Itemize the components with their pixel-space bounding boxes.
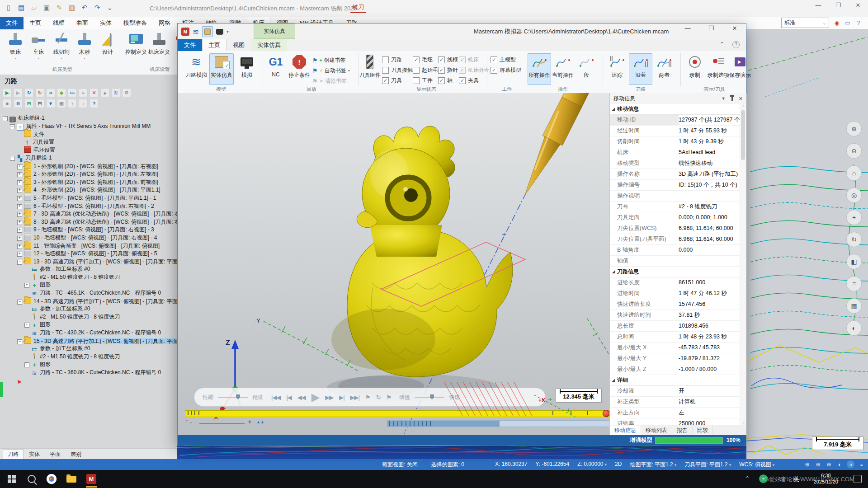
tray-chevron-icon[interactable]: ⌃ [745, 475, 750, 482]
redo-icon[interactable]: ↷ [92, 3, 102, 13]
simulate-icon[interactable] [216, 29, 223, 34]
status-wcs[interactable]: WCS: 俯视图▾ [739, 461, 774, 469]
style-combobox[interactable]: 标准 ⌄ [781, 18, 829, 28]
help-icon[interactable]: ? [854, 19, 863, 27]
tree-expand-icon[interactable]: + [24, 323, 29, 328]
next-bookmark-button[interactable]: ⚑ [387, 394, 392, 401]
sim-tab-实体仿真[interactable]: 实体仿真 [251, 39, 287, 52]
taskbar-clock[interactable]: 6:382025/11/20 [814, 472, 838, 485]
undo-icon[interactable]: ↶ [80, 3, 90, 13]
sim-button-追踪[interactable]: 追踪 [605, 53, 629, 85]
pan-button[interactable]: + [846, 210, 862, 225]
checkbox-指针[interactable]: ✓指针 [438, 65, 458, 75]
status-cplane[interactable]: 绘图平面: 平面1.2▾ [630, 461, 676, 469]
minimize-button[interactable]: — [812, 2, 825, 9]
tree-item[interactable]: 毛坯设置 [0, 146, 183, 154]
close-icon[interactable]: ✕ [739, 96, 743, 102]
pin-icon[interactable] [731, 97, 733, 101]
timeline-zoom-slider[interactable] [199, 423, 245, 424]
sim-button-nc[interactable]: G1NC [265, 53, 286, 85]
taskbar-search-button[interactable] [25, 473, 38, 485]
backplot-icon[interactable]: ≈ [46, 88, 55, 97]
home-view-button[interactable]: ⌂ [846, 165, 862, 181]
tree-expand-icon[interactable]: + [17, 180, 22, 185]
grid-toggle-button[interactable]: ▦ [846, 298, 862, 314]
step-backward-button[interactable]: ◀◀ [297, 394, 306, 401]
ribbon-button-车床[interactable]: 车床⌄ [28, 32, 49, 59]
save-icon[interactable]: ▤ [16, 3, 26, 13]
sim-button-段[interactable]: 段 [575, 53, 598, 85]
tree-item[interactable]: +✓4 - 外形铣削 (2D) - [WCS: 俯视图] - [刀具面: 平面1… [0, 186, 183, 194]
tab-线框[interactable]: 线框 [47, 17, 71, 30]
regen-selected-icon[interactable]: ↻ [24, 88, 33, 97]
lock-icon[interactable]: ▲ [100, 88, 109, 97]
info-section-详细[interactable]: ◢详细 [610, 375, 746, 386]
qat-more-icon[interactable]: ⌄ [105, 3, 115, 13]
sim-button-创建书签[interactable]: ⚑+创建书签 [312, 56, 356, 65]
tree-item[interactable]: ++图形 [0, 281, 183, 289]
tree-expand-icon[interactable]: − [17, 339, 22, 344]
tree-expand-icon[interactable]: + [17, 164, 22, 169]
checkbox-轴[interactable]: ✓轴 [438, 75, 458, 86]
next-section-button[interactable]: ▶| [339, 394, 344, 401]
tree-expand-icon[interactable]: + [17, 220, 22, 225]
tab-主页[interactable]: 主页 [24, 17, 47, 30]
sim-button-保存演示[interactable]: ▶保存演示 [728, 53, 752, 85]
simulation-viewport[interactable]: -Y Z X Y 性能精度|◀◀|◀◀◀▶▶▶▶|▶ [178, 93, 609, 435]
help-icon[interactable]: ? [732, 41, 740, 48]
info-tab-报告[interactable]: 报告 [672, 426, 693, 435]
minimize-button[interactable]: — [681, 25, 694, 32]
simulation-timeline[interactable] [185, 410, 609, 417]
tree-item[interactable]: +9 - 毛坯模型 - [WCS: 俯视图] - [刀具面: 右视图] - 3 [0, 225, 183, 234]
collapse-all-icon[interactable]: ⊟ [35, 99, 44, 108]
tree-item[interactable]: +✓11 - 智能综合渐变 - [WCS: 俯视图] - [刀具面: 俯视图] [0, 242, 183, 250]
zoom-marker-icon[interactable]: ▲▲ [256, 420, 264, 424]
deselect-all-operations-icon[interactable]: ▶ [14, 88, 23, 97]
info-tab-移动信息[interactable]: 移动信息 [610, 426, 641, 435]
panel-menu-icon[interactable]: ▼ [722, 96, 726, 101]
tree-expand-icon[interactable]: − [10, 124, 15, 129]
panel-tab-刀路[interactable]: 刀路 [3, 449, 24, 459]
tree-item[interactable]: ++图形 [0, 321, 183, 329]
gnomon-1-icon[interactable]: ⊕ [803, 460, 811, 468]
shading-1-icon[interactable]: ◐ [836, 460, 844, 468]
tree-expand-icon[interactable]: + [17, 228, 22, 233]
toolpath-visibility-icon[interactable]: ≋ [14, 99, 23, 108]
print-icon[interactable]: ▣ [42, 3, 52, 13]
tree-expand-icon[interactable]: + [24, 362, 29, 367]
info-tab-比较[interactable]: 比较 [693, 426, 713, 435]
gnomon-2-icon[interactable]: ⊕ [814, 460, 822, 468]
tree-item[interactable]: ≔参数 - 加工坐标系 #0 [0, 345, 183, 353]
sim-tab-主页[interactable]: 主页 [202, 39, 226, 52]
new-file-icon[interactable]: ▯ [4, 3, 14, 13]
taskbar-mastercam-button[interactable]: M [85, 473, 98, 485]
maximize-button[interactable]: ❐ [704, 25, 718, 32]
zoom-window-button[interactable]: ⊖ [846, 143, 862, 159]
ribbon-button-线切割[interactable]: 线切割⌄ [51, 32, 72, 59]
verify-icon[interactable] [202, 26, 213, 37]
tree-item[interactable]: −✓15 - 3D 高速刀路 (平行加工) - [WCS: 俯视图] - [刀具… [0, 337, 183, 345]
tab-文件[interactable]: 文件 [0, 17, 24, 30]
volume-icon[interactable]: ◁) [778, 476, 784, 482]
shading-3-icon[interactable]: ◒ [858, 460, 865, 468]
sim-tab-视图[interactable]: 视图 [226, 39, 251, 52]
tab-曲面[interactable]: 曲面 [71, 17, 94, 30]
gnomon-3-icon[interactable]: ⊕ [825, 460, 833, 468]
timeline-position-knob[interactable] [603, 410, 609, 417]
tree-expand-icon[interactable]: + [24, 283, 29, 288]
tree-expand-icon[interactable]: + [17, 188, 22, 193]
status-coord-z[interactable]: Z: 0.00000▾ [577, 461, 607, 469]
tree-item[interactable]: #2 - M1.50 锥度铣刀 - 8 锥度铣刀 [0, 313, 183, 321]
help-icon[interactable]: ? [90, 99, 99, 108]
sim-button-所有操作[interactable]: 所有操作 [528, 53, 551, 85]
lock-all-icon[interactable]: ∎ [3, 99, 12, 108]
sim-button-当前操作[interactable]: 当前操作 [551, 53, 575, 85]
tree-expand-icon[interactable]: + [17, 244, 22, 249]
tree-item[interactable]: 文件 [0, 130, 183, 138]
collapse-ribbon-icon[interactable]: ⌃ [720, 41, 724, 48]
go-to-start-button[interactable]: |◀◀ [271, 394, 280, 401]
prev-section-button[interactable]: |◀ [286, 394, 291, 401]
new-machine-group-icon[interactable]: ⊞ [24, 99, 33, 108]
timeline-scrollbar[interactable] [387, 420, 609, 427]
shading-2-icon[interactable]: ◑ [847, 460, 854, 468]
